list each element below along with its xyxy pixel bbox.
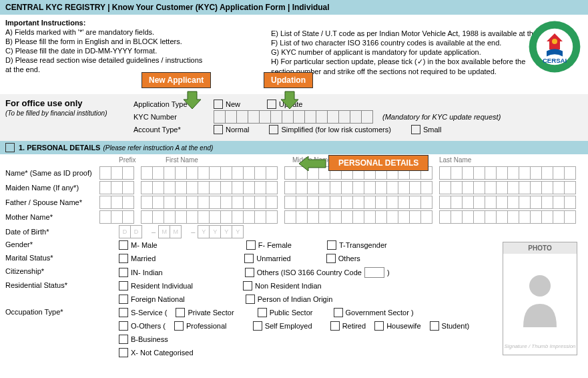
callout-new-applicant: New Applicant: [141, 72, 211, 88]
section-1-sub: (Please refer instruction A at the end): [103, 144, 213, 152]
checkbox-foreign[interactable]: [119, 295, 128, 304]
callout-updation: Updation: [264, 72, 313, 88]
small-label: Small: [423, 126, 442, 134]
name-label: Name* (Same as ID proof): [5, 169, 99, 177]
instruction-b: B) Please fill the form in English and i…: [5, 37, 271, 45]
checkbox-married[interactable]: [119, 254, 128, 263]
checkbox-transgender[interactable]: [327, 240, 336, 250]
checkbox-notcat[interactable]: [119, 348, 128, 357]
col-last: Last Name: [439, 156, 471, 164]
dob-input[interactable]: DD– MM– YYYY: [119, 225, 583, 238]
checkbox-private[interactable]: [176, 308, 185, 317]
checkbox-others-marital[interactable]: [326, 254, 336, 263]
maiden-label: Maiden Name (If any*): [5, 184, 99, 192]
svg-point-2: [552, 39, 557, 44]
residential-label: Residential Status*: [5, 281, 119, 292]
checkbox-unmarried[interactable]: [244, 254, 254, 263]
svg-point-7: [529, 275, 551, 297]
father-label: Father / Spouse Name*: [5, 198, 99, 206]
office-use-sub: (To be filled by financial institution): [5, 110, 125, 117]
checkbox-others-occ[interactable]: [119, 321, 128, 331]
dob-label: Date of Birth*: [5, 228, 119, 236]
checkbox-retired[interactable]: [330, 321, 340, 331]
section-1-title: 1. PERSONAL DETAILS: [19, 144, 100, 152]
arrow-left-icon: [299, 156, 327, 171]
checkbox-resident[interactable]: [119, 281, 128, 291]
photo-box: PHOTO Signature / Thumb Impression: [503, 242, 577, 355]
avatar-placeholder: [503, 254, 577, 341]
section-1-header: 1. PERSONAL DETAILS (Please refer instru…: [0, 141, 588, 154]
new-label: New: [226, 100, 240, 108]
section-1-checkbox[interactable]: [5, 143, 15, 152]
checkbox-self[interactable]: [253, 321, 262, 331]
citizenship-label: Citizenship*: [5, 267, 119, 278]
photo-title: PHOTO: [503, 242, 577, 254]
maiden-input[interactable]: [99, 181, 583, 194]
col-prefix: Prefix: [119, 156, 166, 164]
occupation-label: Occupation Type*: [5, 308, 119, 319]
account-type-label: Account Type*: [133, 126, 214, 134]
signature-label: Signature / Thumb Impression: [503, 341, 577, 355]
arrow-down-icon: [182, 90, 202, 110]
checkbox-small[interactable]: [411, 125, 420, 134]
checkbox-others-citizen[interactable]: [245, 268, 254, 277]
checkbox-housewife[interactable]: [374, 321, 384, 331]
cersai-logo: CERSAI: [528, 20, 581, 73]
marital-label: Marital Status*: [5, 254, 119, 264]
col-first: First Name: [166, 156, 292, 164]
checkbox-service[interactable]: [119, 308, 128, 317]
kyc-mandatory-note: (Mandatory for KYC update request): [382, 113, 501, 121]
mother-label: Mother Name*: [5, 213, 99, 221]
checkbox-normal[interactable]: [214, 125, 223, 134]
mother-input[interactable]: [99, 210, 583, 224]
simplified-label: Simplified (for low risk customers): [281, 126, 390, 134]
checkbox-update[interactable]: [267, 100, 276, 109]
svg-marker-4: [184, 91, 201, 109]
arrow-down-icon: [280, 90, 300, 110]
iso-code-input[interactable]: [364, 267, 384, 278]
callout-personal-details: PERSONAL DETAILS: [328, 155, 428, 171]
office-use-title: For office use only: [5, 98, 125, 108]
kyc-number-label: KYC Number: [133, 113, 214, 121]
checkbox-new[interactable]: [214, 100, 223, 109]
instructions-heading: Important Instructions:: [5, 19, 271, 27]
kyc-number-input[interactable]: [214, 110, 373, 124]
checkbox-public[interactable]: [258, 308, 267, 317]
checkbox-pio[interactable]: [246, 295, 255, 304]
father-input[interactable]: [99, 196, 583, 209]
instruction-c: C) Please fill the date in DD-MM-YYYY fo…: [5, 47, 271, 55]
checkbox-nri[interactable]: [243, 281, 252, 291]
gender-label: Gender*: [5, 240, 119, 251]
instruction-a: A) Fields marked with '*' are mandatory …: [5, 28, 271, 36]
svg-marker-6: [299, 156, 326, 171]
checkbox-male[interactable]: [119, 240, 128, 250]
svg-marker-5: [281, 91, 298, 109]
svg-text:CERSAI: CERSAI: [543, 57, 567, 64]
checkbox-professional[interactable]: [174, 321, 184, 331]
instruction-d1: D) Please read section wise detailed gui…: [5, 56, 271, 64]
checkbox-business[interactable]: [119, 335, 128, 344]
checkbox-student[interactable]: [430, 321, 439, 331]
checkbox-female[interactable]: [246, 240, 256, 250]
checkbox-indian[interactable]: [119, 268, 128, 277]
instruction-d2: at the end.: [5, 65, 271, 73]
checkbox-govt[interactable]: [334, 308, 343, 317]
checkbox-simplified[interactable]: [269, 125, 278, 134]
page-title: CENTRAL KYC REGISTRY | Know Your Custome…: [0, 0, 588, 15]
normal-label: Normal: [226, 126, 249, 134]
